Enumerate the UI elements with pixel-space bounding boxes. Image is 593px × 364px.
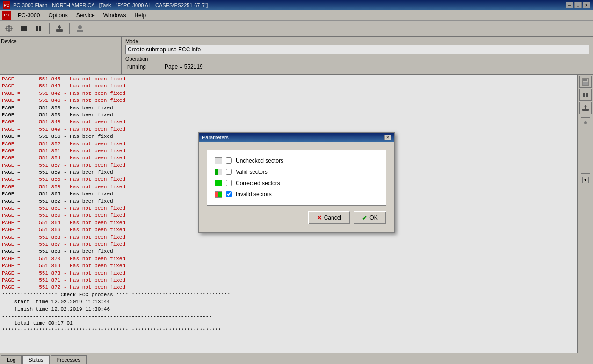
- parameters-modal: Parameters ✕ Unchecked sectors: [198, 132, 395, 233]
- corrected-icon-right: [218, 180, 222, 186]
- corrected-icon-left: [215, 180, 218, 186]
- unchecked-sectors-label: Unchecked sectors: [236, 157, 283, 164]
- modal-content: Unchecked sectors Valid sectors: [199, 142, 394, 232]
- cancel-label: Cancel: [324, 214, 341, 221]
- modal-overlay: Parameters ✕ Unchecked sectors: [0, 0, 593, 364]
- modal-body: Unchecked sectors Valid sectors: [207, 150, 386, 206]
- ok-label: OK: [369, 214, 377, 221]
- valid-sectors-label: Valid sectors: [236, 169, 268, 175]
- unchecked-icon-left: [215, 158, 218, 164]
- corrected-sector-icon: [215, 180, 222, 186]
- checkbox-row-valid: Valid sectors: [215, 169, 378, 175]
- corrected-sectors-checkbox[interactable]: [226, 180, 232, 186]
- valid-sector-icon: [215, 169, 222, 175]
- unchecked-sectors-checkbox[interactable]: [226, 157, 232, 164]
- modal-title-bar: Parameters ✕: [199, 133, 394, 142]
- checkbox-row-unchecked: Unchecked sectors: [215, 157, 378, 164]
- ok-button[interactable]: ✔ OK: [354, 211, 386, 224]
- modal-close-button[interactable]: ✕: [384, 135, 391, 140]
- corrected-sectors-label: Corrected sectors: [236, 180, 280, 186]
- valid-icon-left: [215, 169, 218, 175]
- checkbox-row-corrected: Corrected sectors: [215, 180, 378, 186]
- modal-title: Parameters: [202, 135, 229, 140]
- valid-icon-right: [218, 169, 222, 175]
- ok-icon: ✔: [362, 214, 368, 221]
- invalid-icon-right: [218, 192, 222, 197]
- unchecked-sector-icon: [215, 157, 222, 164]
- invalid-icon-left: [215, 192, 218, 197]
- cancel-button[interactable]: ✕ Cancel: [308, 211, 350, 224]
- invalid-sector-icon: [215, 191, 222, 198]
- invalid-sectors-label: Invalid sectors: [236, 191, 272, 198]
- cancel-icon: ✕: [317, 214, 322, 221]
- valid-sectors-checkbox[interactable]: [226, 169, 232, 175]
- invalid-sectors-checkbox[interactable]: [226, 191, 232, 197]
- unchecked-icon-right: [218, 158, 222, 164]
- modal-buttons: ✕ Cancel ✔ OK: [207, 211, 386, 224]
- checkbox-row-invalid: Invalid sectors: [215, 191, 378, 198]
